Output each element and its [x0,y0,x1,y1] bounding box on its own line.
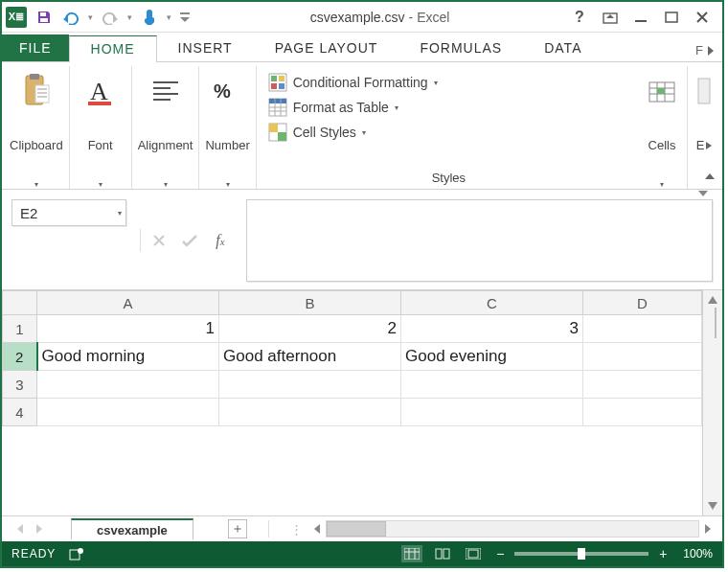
redo-button[interactable] [99,6,122,29]
cell-styles-button[interactable]: Cell Styles ▾ [268,120,629,145]
macro-recorder-icon[interactable] [69,547,84,561]
add-sheet-button[interactable]: ＋ [228,519,247,538]
row-header[interactable]: 2 [3,343,37,371]
name-box[interactable]: E2 ▾ [11,199,126,226]
horizontal-scrollbar[interactable] [308,520,717,538]
zoom-level-label[interactable]: 100% [683,547,713,561]
scroll-right-button[interactable] [701,521,717,537]
dropdown-icon[interactable]: ▾ [226,180,230,189]
table-row[interactable]: 3 [3,371,702,399]
svg-rect-21 [278,132,286,141]
maximize-button[interactable] [659,7,684,28]
group-font[interactable]: A Font ▾ [70,66,132,189]
scrollbar-thumb[interactable] [715,308,717,338]
close-button[interactable] [690,7,715,28]
cell[interactable] [37,371,219,399]
insert-function-button[interactable]: fx [208,228,233,253]
cell[interactable]: Good morning [37,343,219,371]
tab-home[interactable]: HOME [69,35,157,62]
group-alignment[interactable]: Alignment ▾ [132,66,200,189]
page-break-view-button[interactable] [463,545,484,562]
dropdown-icon[interactable]: ▾ [125,12,134,22]
cell[interactable]: 1 [37,315,219,343]
cell[interactable]: 2 [219,315,401,343]
alignment-label: Alignment [138,138,193,152]
scrollbar-thumb[interactable] [327,521,386,537]
cell[interactable] [583,399,702,426]
tab-file[interactable]: FILE [2,34,69,61]
scroll-up-button[interactable] [705,292,720,308]
format-as-table-button[interactable]: Format as Table ▾ [268,95,629,120]
tab-formulas[interactable]: FORMULAS [398,34,523,61]
format-as-table-label: Format as Table [293,100,389,115]
undo-button[interactable] [59,6,82,29]
cell[interactable] [219,371,401,399]
table-row[interactable]: 1 1 2 3 [3,315,702,343]
group-cells[interactable]: Cells ▾ [637,66,688,189]
help-button[interactable]: ? [567,7,592,28]
svg-rect-27 [404,548,420,560]
table-row[interactable]: 4 [3,399,702,426]
tab-page-layout[interactable]: PAGE LAYOUT [254,34,399,61]
spreadsheet-grid[interactable]: A B C D 1 1 2 3 2 Good morning [2,290,702,515]
scroll-down-button[interactable] [705,498,720,514]
dropdown-icon[interactable]: ▾ [165,12,173,22]
group-clipboard[interactable]: Clipboard ▾ [4,66,70,189]
drag-handle-icon[interactable]: ⋮ [290,522,303,537]
col-header-b[interactable]: B [219,291,401,315]
row-header[interactable]: 4 [3,399,37,426]
sheet-tab[interactable]: csvexample [71,518,193,539]
tabs-more[interactable]: F [688,39,722,61]
zoom-slider-thumb[interactable] [578,548,585,560]
cell[interactable]: Good afternoon [219,343,401,371]
tab-insert[interactable]: INSERT [157,34,254,61]
cancel-button[interactable] [147,228,171,253]
dropdown-icon[interactable]: ▾ [86,12,95,22]
cell[interactable] [583,343,702,371]
cell[interactable] [401,399,583,426]
touch-mode-button[interactable] [138,6,161,29]
page-layout-view-button[interactable] [432,545,453,562]
zoom-slider[interactable] [514,552,648,556]
group-number[interactable]: % Number ▾ [199,66,256,189]
ribbon-display-button[interactable] [598,7,623,28]
select-all-corner[interactable] [3,291,37,315]
column-headers[interactable]: A B C D [3,291,702,315]
zoom-in-button[interactable]: + [656,546,670,561]
dropdown-icon[interactable]: ▾ [34,180,38,189]
zoom-out-button[interactable]: − [493,546,507,561]
cell[interactable] [583,371,702,399]
row-header[interactable]: 3 [3,371,37,399]
cell[interactable] [37,399,219,426]
cell[interactable]: Good evening [401,343,583,371]
row-header[interactable]: 1 [3,315,37,343]
conditional-formatting-button[interactable]: Conditional Formatting ▾ [268,70,629,95]
collapse-ribbon-button[interactable] [703,170,717,183]
cell[interactable] [583,315,702,343]
dropdown-icon[interactable]: ▾ [118,209,122,217]
formula-bar[interactable] [246,199,713,282]
sheet-nav-prev[interactable] [11,524,27,534]
save-button[interactable] [33,6,56,29]
expand-formula-bar-button[interactable] [696,189,710,200]
dropdown-icon[interactable]: ▾ [164,180,168,189]
customize-qat-button[interactable] [177,6,193,29]
col-header-a[interactable]: A [37,291,219,315]
col-header-d[interactable]: D [583,291,702,315]
normal-view-button[interactable] [401,545,422,562]
sheet-nav-next[interactable] [33,524,48,534]
cell[interactable]: 3 [401,315,583,343]
enter-button[interactable] [177,228,202,253]
scroll-left-button[interactable] [308,521,324,537]
minimize-button[interactable] [628,7,653,28]
dropdown-icon[interactable]: ▾ [660,180,664,189]
vertical-scrollbar[interactable] [702,290,722,515]
title-bar: X≣ ▾ ▾ ▾ csvexample.csv - Excel [2,2,722,33]
scrollbar-track[interactable] [326,520,699,538]
dropdown-icon[interactable]: ▾ [99,180,102,189]
cell[interactable] [401,371,583,399]
table-row[interactable]: 2 Good morning Good afternoon Good eveni… [3,343,702,371]
cell[interactable] [219,399,401,426]
col-header-c[interactable]: C [401,291,583,315]
tab-data[interactable]: DATA [523,34,603,61]
